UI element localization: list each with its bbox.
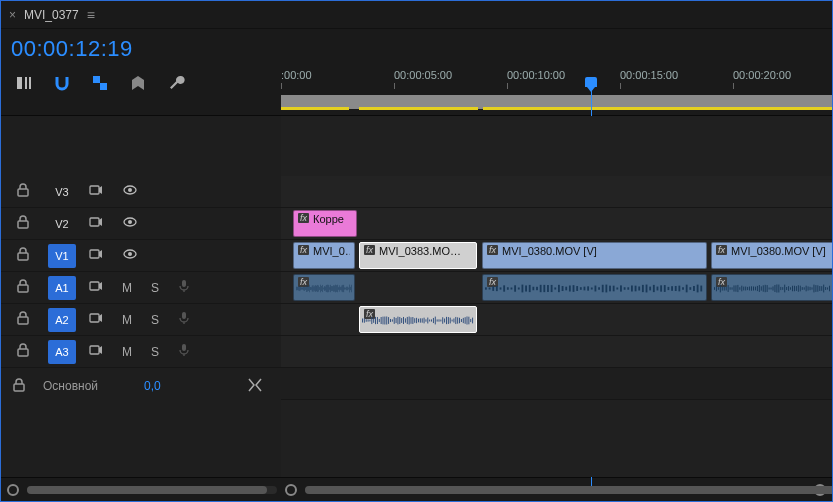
clip[interactable]: fxMVI_0383.MO… [359,242,477,269]
track-select-v2[interactable]: V2 [48,212,76,236]
track-v1-lane[interactable]: fxMVI_0…fxMVI_0383.MO…fxMVI_0380.MOV [V]… [281,240,832,272]
track-select-a3[interactable]: A3 [48,340,76,364]
track-select-v3[interactable]: V3 [48,180,76,204]
scrollbar-thumb[interactable] [27,486,267,494]
svg-rect-108 [562,286,564,291]
toggle-output-eye-icon[interactable] [122,214,138,233]
clip[interactable]: fx [359,306,477,333]
source-patch-icon[interactable] [88,214,104,233]
source-patch-icon[interactable] [88,278,104,297]
solo-button[interactable]: S [151,313,159,327]
time-ruler[interactable]: :00:0000:00:05:0000:00:10:0000:00:15:000… [281,69,832,115]
lock-icon[interactable] [15,182,31,201]
svg-rect-214 [375,317,376,324]
svg-rect-89 [492,286,494,291]
svg-rect-223 [392,319,393,321]
svg-rect-206 [829,286,830,292]
linked-selection-icon[interactable] [91,74,109,92]
mute-button[interactable]: M [122,345,132,359]
sequence-title[interactable]: MVI_0377 [24,8,79,22]
header-scrollbar[interactable] [27,486,277,494]
svg-rect-1 [25,77,27,89]
svg-rect-202 [821,286,822,291]
voiceover-mic-icon[interactable] [176,278,192,297]
tab-menu-icon[interactable]: ≡ [87,7,95,23]
svg-rect-18 [90,282,99,290]
track-a3-lane[interactable] [281,336,832,368]
lock-icon[interactable] [15,310,31,329]
settings-wrench-icon[interactable] [167,74,185,92]
track-headers: V3V2V1 A1MSA2MSA3MS Основной 0,0 [1,116,281,477]
clip[interactable]: fxMVI_0… [293,242,355,269]
svg-rect-210 [368,319,369,321]
svg-rect-193 [804,287,805,289]
source-patch-icon[interactable] [88,342,104,361]
svg-rect-225 [396,318,397,323]
lock-icon[interactable] [15,342,31,361]
mute-button[interactable]: M [122,313,132,327]
clip[interactable]: fxMVI_0380.MOV [V] [482,242,707,269]
voiceover-mic-icon[interactable] [176,310,192,329]
svg-rect-146 [700,286,702,292]
svg-rect-145 [697,285,699,293]
zoom-handle-right-icon[interactable] [285,484,297,496]
clip[interactable]: fxКорре [293,210,357,237]
lock-icon[interactable] [15,214,31,233]
source-patch-icon[interactable] [88,310,104,329]
track-v3-lane[interactable] [281,176,832,208]
source-patch-icon[interactable] [88,182,104,201]
svg-rect-189 [796,286,797,291]
source-patch-icon[interactable] [88,246,104,265]
snap-icon[interactable] [53,74,71,92]
in-out-range[interactable] [483,107,833,110]
clip[interactable]: fx [711,274,833,301]
collapse-groups-icon[interactable] [247,377,263,396]
mute-button[interactable]: M [122,281,132,295]
svg-rect-130 [642,285,644,292]
track-mix-lane[interactable] [281,368,832,400]
svg-rect-173 [765,285,766,292]
track-a1-lane[interactable]: fxfxfx [281,272,832,304]
track-a2-lane[interactable]: fx [281,304,832,336]
svg-rect-261 [463,318,464,323]
svg-rect-20 [18,317,28,324]
svg-rect-137 [668,287,670,290]
mix-volume-value[interactable]: 0,0 [144,379,161,393]
svg-rect-257 [455,317,456,324]
lock-icon[interactable] [15,246,31,265]
clip[interactable]: fx [482,274,707,301]
svg-rect-212 [371,317,372,324]
solo-button[interactable]: S [151,281,159,295]
track-select-a2[interactable]: A2 [48,308,76,332]
lock-icon[interactable] [11,377,27,396]
close-tab-icon[interactable]: × [9,8,16,22]
lock-icon[interactable] [15,278,31,297]
svg-rect-9 [18,221,28,228]
solo-button[interactable]: S [151,345,159,359]
svg-rect-155 [730,287,731,289]
waveform [296,281,352,296]
playhead-handle-icon[interactable] [585,77,597,87]
clip[interactable]: fx [293,274,355,301]
clip[interactable]: fxMVI_0380.MOV [V] [711,242,833,269]
track-v2-lane[interactable]: fxКорре [281,208,832,240]
svg-rect-250 [442,317,443,324]
track-select-v1[interactable]: V1 [48,244,76,268]
track-select-a1[interactable]: A1 [48,276,76,300]
voiceover-mic-icon[interactable] [176,342,192,361]
insert-overwrite-icon[interactable] [15,74,33,92]
in-out-range[interactable] [281,107,349,110]
markers-icon[interactable] [129,74,147,92]
zoom-handle-left-icon[interactable] [7,484,19,496]
scrollbar-thumb[interactable] [305,486,833,494]
svg-rect-240 [424,318,425,324]
in-out-range[interactable] [359,107,478,110]
svg-rect-245 [433,318,434,323]
timeline-scrollbar[interactable] [305,486,806,494]
svg-rect-221 [388,317,389,324]
playhead-timecode[interactable]: 00:00:12:19 [11,36,133,62]
svg-rect-19 [182,280,186,287]
timeline-track-area[interactable]: fxКорре fxMVI_0…fxMVI_0383.MO…fxMVI_0380… [281,116,832,477]
toggle-output-eye-icon[interactable] [122,246,138,265]
toggle-output-eye-icon[interactable] [122,182,138,201]
